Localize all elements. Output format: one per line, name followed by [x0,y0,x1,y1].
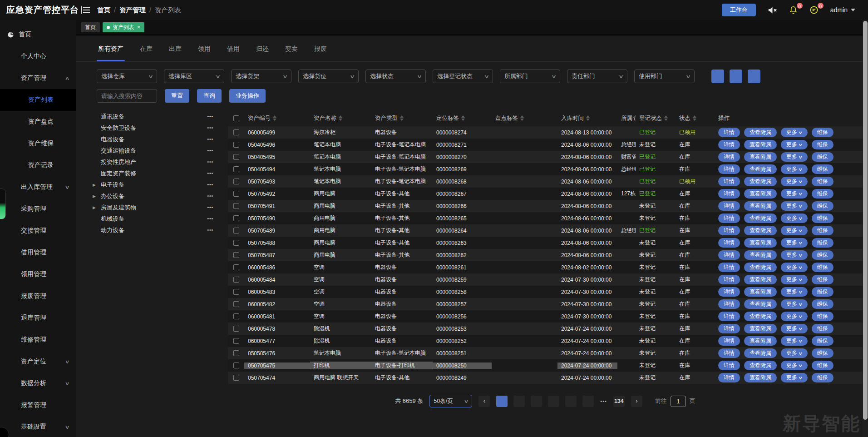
view-attachments-button[interactable]: 查看附属 [744,336,777,346]
view-attachments-button[interactable]: 查看附属 [744,361,777,370]
row-checkbox[interactable] [233,203,239,209]
maintenance-button[interactable]: 维保 [812,164,833,174]
view-attachments-button[interactable]: 查看附属 [744,152,777,162]
view-attachments-button[interactable]: 查看附属 [744,250,777,260]
view-attachments-button[interactable]: 查看附属 [744,201,777,211]
maintenance-button[interactable]: 维保 [812,140,833,149]
tree-item[interactable]: 安全防卫设备 ••• [91,122,223,134]
detail-button[interactable]: 详情 [718,140,740,149]
more-button[interactable]: 更多 ∨ [781,189,808,199]
view-attachments-button[interactable]: 查看附属 [744,226,777,235]
sidebar-item[interactable]: 退库管理 [0,307,76,329]
maintenance-button[interactable]: 维保 [812,128,833,137]
sidebar-item[interactable]: 采购管理 [0,198,76,220]
menu-fold-icon[interactable] [81,6,90,14]
tree-item-menu-icon[interactable]: ••• [207,159,213,164]
table-row[interactable]: 050505476 笔记本电脑 电子设备-笔记本电脑 0000008251 20… [228,347,863,359]
more-button[interactable]: 更多 ∨ [781,177,808,186]
sidebar-item[interactable]: 数据分析 ∨ [0,372,76,394]
filter-select[interactable]: 选择状态 ∨ [365,70,426,83]
detail-button[interactable]: 详情 [718,152,740,162]
sort-icon[interactable] [461,115,465,121]
detail-button[interactable]: 详情 [718,128,740,137]
message-icon[interactable]: 0 [809,5,819,15]
more-button[interactable]: 更多 ∨ [781,373,808,382]
pages-ellipsis[interactable]: ••• [600,398,607,404]
sidebar-item[interactable]: 维修管理 [0,329,76,351]
more-button[interactable]: 更多 ∨ [781,287,808,297]
view-attachments-button[interactable]: 查看附属 [744,275,777,284]
sort-icon[interactable] [586,115,590,121]
row-checkbox[interactable] [233,264,239,270]
tab[interactable]: 领用 [197,36,212,61]
view-attachments-button[interactable]: 查看附属 [744,128,777,137]
more-button[interactable]: 更多 ∨ [781,250,808,260]
detail-button[interactable]: 详情 [718,275,740,284]
search-input[interactable] [97,89,157,103]
row-checkbox[interactable] [233,240,239,246]
view-attachments-button[interactable]: 查看附属 [744,348,777,358]
table-row[interactable]: 050405494 笔记本电脑 电子设备-笔记本电脑 0000008269 20… [228,163,863,175]
filter-select[interactable]: 选择库区 ∨ [164,70,224,83]
view-tag[interactable]: 首页 × [81,22,100,32]
maintenance-button[interactable]: 维保 [812,299,833,309]
tree-item[interactable]: 机械设备 ••• [91,213,223,224]
filter-select[interactable]: 责任部门 ∨ [567,70,627,83]
tab[interactable]: 归还 [255,36,270,61]
maintenance-button[interactable]: 维保 [812,373,833,382]
sidebar-item[interactable]: 交接管理 [0,220,76,242]
view-attachments-button[interactable]: 查看附属 [744,140,777,149]
tree-item[interactable]: ▶ 办公设备 ••• [91,190,223,202]
tag-close-icon[interactable]: × [137,24,140,30]
table-row[interactable]: 050405496 笔记本电脑 电子设备-笔记本电脑 0000008271 20… [228,139,863,151]
filter-select[interactable]: 选择登记状态 ∨ [433,70,493,83]
view-attachments-button[interactable]: 查看附属 [744,214,777,223]
maintenance-button[interactable]: 维保 [812,238,833,248]
tab[interactable]: 借用 [226,36,241,61]
tree-item[interactable]: 通讯设备 ••• [91,111,223,122]
view-attachments-button[interactable]: 查看附属 [744,189,777,199]
maintenance-button[interactable]: 维保 [812,214,833,223]
toolbar-button[interactable] [748,70,760,83]
row-checkbox[interactable] [233,326,239,332]
tab[interactable]: 变卖 [284,36,299,61]
view-attachments-button[interactable]: 查看附属 [744,312,777,321]
last-page-button[interactable]: 134 [613,396,625,407]
detail-button[interactable]: 详情 [718,348,740,358]
row-checkbox[interactable] [233,350,239,356]
more-button[interactable]: 更多 ∨ [781,361,808,370]
tree-item[interactable]: 动力设备 ••• [91,224,223,236]
tree-item-menu-icon[interactable]: ••• [207,125,213,130]
more-button[interactable]: 更多 ∨ [781,214,808,223]
filter-select[interactable]: 选择货架 ∨ [231,70,291,83]
page-button[interactable] [531,396,542,407]
detail-button[interactable]: 详情 [718,238,740,248]
tree-item-menu-icon[interactable]: ••• [207,171,213,176]
maintenance-button[interactable]: 维保 [812,189,833,199]
sidebar-item[interactable]: 资产列表 [0,89,76,111]
maintenance-button[interactable]: 维保 [812,250,833,260]
detail-button[interactable]: 详情 [718,361,740,370]
page-size-select[interactable]: 50条/页 ∨ [429,395,472,407]
table-row[interactable]: 050705491 商用电脑 电子设备-其他 0000008266 2024-0… [228,200,863,212]
detail-button[interactable]: 详情 [718,177,740,186]
more-button[interactable]: 更多 ∨ [781,348,808,358]
sidebar-item[interactable]: 出入库管理 ∨ [0,176,76,198]
sort-icon[interactable] [664,115,668,121]
toolbar-button[interactable] [730,70,742,83]
tree-expand-icon[interactable]: ▶ [93,194,100,199]
tree-item-menu-icon[interactable]: ••• [207,148,213,153]
filter-select[interactable]: 选择仓库 ∨ [97,70,157,83]
table-row[interactable]: 060005482 空调 电器设备 0000008257 2024-07-30 … [228,298,863,310]
tree-item-menu-icon[interactable]: ••• [207,216,213,221]
tree-item[interactable]: 电器设备 ••• [91,134,223,145]
detail-button[interactable]: 详情 [718,189,740,199]
page-button[interactable] [548,396,559,407]
row-checkbox[interactable] [233,289,239,295]
table-row[interactable]: 060005484 空调 电器设备 0000008259 2024-07-30 … [228,273,863,286]
row-checkbox[interactable] [233,142,239,148]
tree-item-menu-icon[interactable]: ••• [207,114,213,119]
tree-item-menu-icon[interactable]: ••• [207,194,213,199]
sidebar-item[interactable]: 报警管理 [0,394,76,416]
filter-select[interactable]: 选择货位 ∨ [298,70,359,83]
